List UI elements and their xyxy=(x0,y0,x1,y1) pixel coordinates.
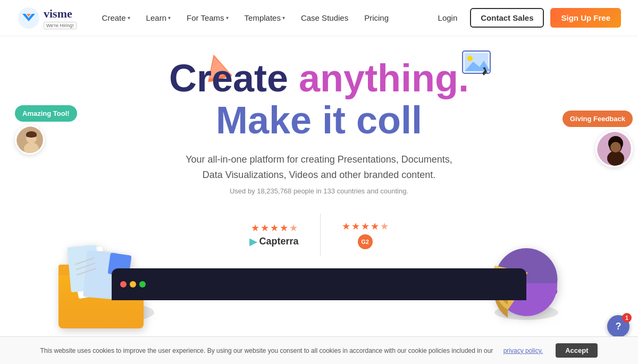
help-button[interactable]: ? 1 xyxy=(607,315,629,337)
nav-item-for-teams[interactable]: For Teams ▾ xyxy=(180,9,235,27)
capterra-stars: ★ ★ ★ ★ ★ xyxy=(251,222,298,234)
capterra-arrow-icon: ▶ xyxy=(249,236,257,248)
nav-item-templates[interactable]: Templates ▾ xyxy=(238,9,291,27)
hero-subtitle: Your all-in-one platform for creating Pr… xyxy=(181,152,457,183)
chevron-down-icon: ▾ xyxy=(226,15,229,21)
chevron-down-icon: ▾ xyxy=(282,15,285,21)
login-link[interactable]: Login xyxy=(432,9,464,27)
nav-right: Login Contact Sales Sign Up Free xyxy=(432,8,621,28)
nav-item-pricing[interactable]: Pricing xyxy=(358,9,395,27)
nav-item-case-studies[interactable]: Case Studies xyxy=(295,9,355,27)
navbar: visme We're Hiring! Create ▾ Learn ▾ For… xyxy=(0,0,638,36)
svg-point-19 xyxy=(610,142,621,153)
rating-g2: ★ ★ ★ ★ ★ G2 xyxy=(321,212,410,258)
hero-stats: Used by 18,235,768 people in 133 countri… xyxy=(0,187,638,195)
svg-point-12 xyxy=(24,142,39,155)
window-dot-green xyxy=(139,281,146,287)
chevron-down-icon: ▾ xyxy=(168,15,171,21)
screen-preview-bar xyxy=(112,268,526,300)
rating-capterra: ★ ★ ★ ★ ★ ▶ Capterra xyxy=(228,214,320,256)
logo[interactable]: visme We're Hiring! xyxy=(17,6,77,30)
hero-title: Create anything. Make it coll xyxy=(0,57,638,141)
g2-stars: ★ ★ ★ ★ ★ xyxy=(342,221,389,232)
logo-icon xyxy=(17,6,40,30)
nav-item-learn[interactable]: Learn ▾ xyxy=(140,9,177,27)
nav-links: Create ▾ Learn ▾ For Teams ▾ Templates ▾… xyxy=(96,9,432,27)
logo-hiring-tag: We're Hiring! xyxy=(44,22,77,29)
hero-title-line1: Create anything. xyxy=(0,57,638,99)
signup-button[interactable]: Sign Up Free xyxy=(550,8,621,28)
logo-wordmark: visme xyxy=(44,7,77,21)
window-dot-red xyxy=(120,281,127,287)
g2-logo: G2 xyxy=(358,234,373,249)
window-dot-yellow xyxy=(130,281,136,287)
g2-icon: G2 xyxy=(358,234,373,249)
svg-point-17 xyxy=(607,151,624,166)
help-icon: ? xyxy=(616,321,622,332)
capterra-logo: ▶ Capterra xyxy=(249,236,298,248)
chevron-down-icon: ▾ xyxy=(128,15,130,21)
nav-item-create[interactable]: Create ▾ xyxy=(96,9,137,27)
contact-sales-button[interactable]: Contact Sales xyxy=(470,8,544,28)
hero-title-line2: Make it coll xyxy=(0,99,638,141)
help-badge: 1 xyxy=(622,313,632,323)
cookie-accept-button[interactable]: Accept xyxy=(556,343,598,344)
hero-section: Amazing Tool! Giving Feedback xyxy=(0,36,638,344)
cookie-banner: This website uses cookies to improve the… xyxy=(0,336,638,344)
